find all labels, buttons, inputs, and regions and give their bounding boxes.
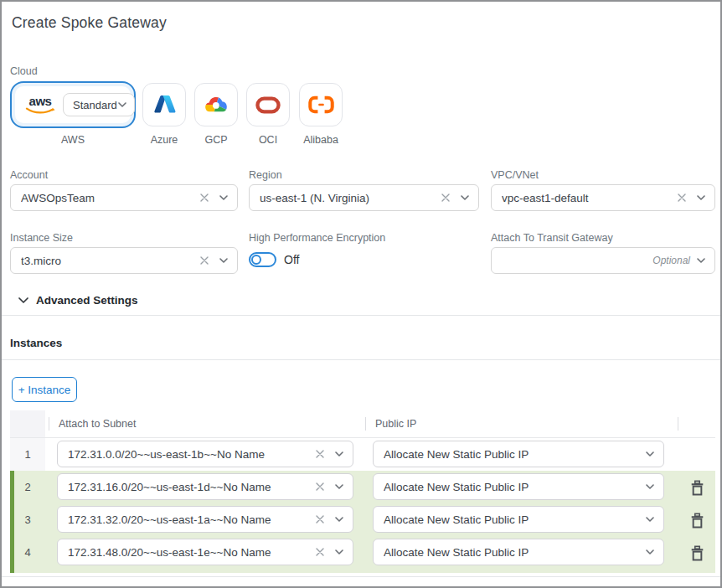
chevron-down-icon[interactable] bbox=[646, 484, 654, 489]
chevron-down-icon[interactable] bbox=[118, 102, 126, 107]
public-ip-value: Allocate New Static Public IP bbox=[384, 546, 639, 559]
cloud-provider-azure-label: Azure bbox=[142, 134, 186, 146]
clear-icon[interactable] bbox=[441, 193, 450, 202]
aws-swoosh-icon bbox=[25, 107, 55, 115]
public-ip-value: Allocate New Static Public IP bbox=[384, 448, 639, 461]
attach-to-subnet-column-header: Attach to Subnet bbox=[59, 418, 136, 430]
hpe-state-text: Off bbox=[284, 253, 299, 266]
chevron-down-icon[interactable] bbox=[646, 451, 654, 456]
chevron-down-icon[interactable] bbox=[646, 517, 654, 522]
clear-icon[interactable] bbox=[316, 515, 324, 524]
cloud-provider-aws-label: AWS bbox=[10, 134, 136, 146]
subnet-select[interactable]: 172.31.0.0/20~~us-east-1b~~No Name bbox=[57, 441, 353, 467]
table-row: 1 172.31.0.0/20~~us-east-1b~~No Name All… bbox=[10, 438, 715, 471]
cloud-provider-gcp-label: GCP bbox=[194, 134, 238, 146]
subnet-select[interactable]: 172.31.32.0/20~~us-east-1a~~No Name bbox=[57, 506, 353, 533]
page-title: Create Spoke Gateway bbox=[12, 14, 167, 32]
chevron-down-icon bbox=[18, 297, 28, 303]
chevron-down-icon[interactable] bbox=[335, 451, 343, 456]
subnet-value: 172.31.0.0/20~~us-east-1b~~No Name bbox=[68, 448, 309, 461]
aws-logo-icon: aws bbox=[25, 95, 55, 115]
hpe-toggle[interactable] bbox=[249, 252, 276, 267]
row-number: 4 bbox=[10, 536, 45, 569]
subnet-value: 172.31.48.0/20~~us-east-1e~~No Name bbox=[68, 546, 309, 559]
row-number: 2 bbox=[10, 471, 45, 503]
region-select[interactable]: us-east-1 (N. Virginia) bbox=[249, 184, 479, 211]
highlight-spacer bbox=[10, 569, 715, 573]
table-row: 3 172.31.32.0/20~~us-east-1a~~No Name Al… bbox=[10, 503, 715, 536]
chevron-down-icon[interactable] bbox=[335, 484, 343, 489]
chevron-down-icon[interactable] bbox=[219, 258, 228, 263]
azure-icon bbox=[152, 93, 176, 116]
account-value: AWSOpsTeam bbox=[21, 192, 193, 204]
vpc-select[interactable]: vpc-east1-default bbox=[491, 184, 715, 211]
clear-icon[interactable] bbox=[316, 450, 324, 458]
instances-table-body: 1 172.31.0.0/20~~us-east-1b~~No Name All… bbox=[10, 438, 715, 573]
account-label: Account bbox=[10, 169, 48, 181]
chevron-down-icon[interactable] bbox=[219, 195, 228, 200]
chevron-down-icon[interactable] bbox=[461, 195, 469, 200]
gcp-icon bbox=[203, 94, 229, 116]
row-number-text: 2 bbox=[24, 481, 30, 493]
cloud-provider-aws[interactable]: aws Standard bbox=[10, 81, 136, 128]
instances-table: Attach to Subnet Public IP 1 172.31.0.0/… bbox=[10, 410, 715, 573]
cloud-provider-alibaba-label: Alibaba bbox=[299, 134, 343, 146]
delete-row-button[interactable] bbox=[685, 477, 709, 498]
cloud-provider-oci[interactable] bbox=[246, 83, 290, 126]
trash-icon bbox=[690, 480, 704, 496]
instance-size-select[interactable]: t3.micro bbox=[10, 247, 238, 274]
chevron-down-icon[interactable] bbox=[646, 549, 654, 554]
public-ip-value: Allocate New Static Public IP bbox=[384, 481, 639, 493]
transit-gateway-select[interactable]: Optional bbox=[491, 247, 715, 274]
region-label: Region bbox=[249, 169, 282, 181]
hpe-label: High Performance Encryption bbox=[249, 232, 385, 244]
trash-icon bbox=[690, 545, 704, 561]
divider bbox=[2, 315, 722, 316]
oci-icon bbox=[255, 96, 281, 114]
divider bbox=[2, 576, 722, 577]
chevron-down-icon[interactable] bbox=[335, 517, 343, 522]
row-number: 3 bbox=[10, 503, 45, 536]
aws-tier-select[interactable]: Standard bbox=[63, 93, 135, 116]
cloud-field-label: Cloud bbox=[10, 65, 38, 77]
chevron-down-icon[interactable] bbox=[697, 258, 705, 263]
row-number-header-cell bbox=[10, 410, 45, 437]
clear-icon[interactable] bbox=[316, 548, 324, 556]
region-value: us-east-1 (N. Virginia) bbox=[260, 192, 435, 204]
subnet-value: 172.31.32.0/20~~us-east-1a~~No Name bbox=[68, 513, 309, 526]
cloud-provider-azure[interactable] bbox=[142, 83, 186, 126]
row-number-text: 1 bbox=[24, 448, 30, 461]
chevron-down-icon[interactable] bbox=[697, 195, 705, 200]
clear-icon[interactable] bbox=[200, 256, 209, 265]
public-ip-select[interactable]: Allocate New Static Public IP bbox=[373, 441, 664, 467]
add-instance-button[interactable]: + Instance bbox=[12, 377, 77, 402]
delete-row-button[interactable] bbox=[685, 542, 709, 564]
row-number-text: 3 bbox=[24, 513, 30, 526]
alibaba-icon bbox=[308, 95, 334, 114]
chevron-down-icon[interactable] bbox=[335, 549, 343, 554]
public-ip-select[interactable]: Allocate New Static Public IP bbox=[373, 506, 664, 533]
clear-icon[interactable] bbox=[200, 193, 209, 202]
divider bbox=[2, 359, 722, 360]
clear-icon[interactable] bbox=[316, 482, 324, 491]
account-select[interactable]: AWSOpsTeam bbox=[10, 184, 238, 211]
create-spoke-gateway-panel: Create Spoke Gateway Cloud aws Standard … bbox=[0, 0, 722, 588]
transit-gateway-placeholder: Optional bbox=[502, 255, 690, 266]
subnet-select[interactable]: 172.31.48.0/20~~us-east-1e~~No Name bbox=[57, 539, 353, 565]
clear-icon[interactable] bbox=[678, 193, 686, 202]
advanced-settings-label: Advanced Settings bbox=[36, 294, 138, 307]
delete-row-button[interactable] bbox=[685, 509, 709, 531]
cloud-provider-gcp[interactable] bbox=[194, 83, 238, 126]
public-ip-select[interactable]: Allocate New Static Public IP bbox=[373, 473, 664, 500]
aws-tier-value: Standard bbox=[73, 99, 117, 111]
vpc-value: vpc-east1-default bbox=[502, 192, 671, 204]
aws-logo-text: aws bbox=[29, 95, 52, 107]
subnet-select[interactable]: 172.31.16.0/20~~us-east-1d~~No Name bbox=[57, 473, 353, 500]
header-separator bbox=[678, 417, 678, 431]
cloud-provider-alibaba[interactable] bbox=[299, 83, 343, 126]
header-separator bbox=[49, 417, 49, 431]
header-separator bbox=[365, 417, 366, 431]
advanced-settings-toggle[interactable]: Advanced Settings bbox=[18, 294, 138, 307]
public-ip-select[interactable]: Allocate New Static Public IP bbox=[373, 539, 664, 565]
instances-table-header: Attach to Subnet Public IP bbox=[10, 410, 715, 438]
